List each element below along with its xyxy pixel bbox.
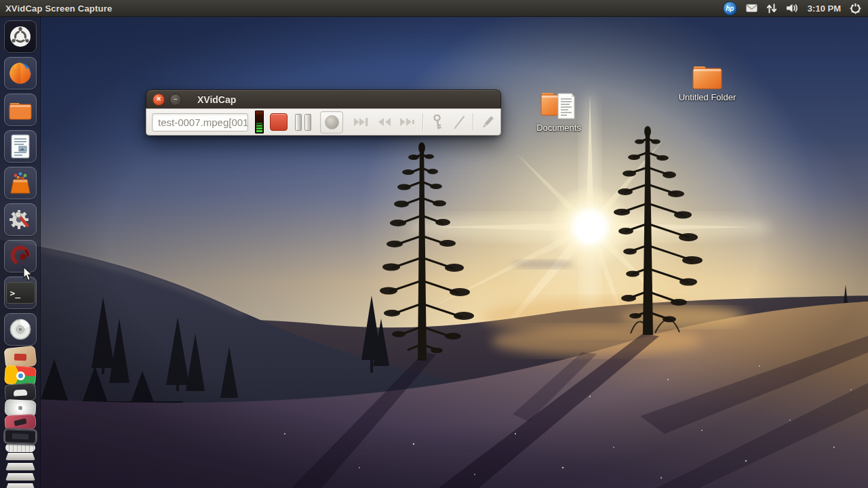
fast-forward-button[interactable]: [399, 117, 416, 127]
launcher-item-system-settings[interactable]: [4, 203, 37, 236]
volume-indicator[interactable]: [786, 3, 799, 13]
xvidcap-titlebar[interactable]: ✕ – XVidCap: [146, 89, 501, 108]
minimize-button[interactable]: –: [170, 94, 182, 106]
mail-indicator[interactable]: [746, 4, 757, 12]
session-gear-icon: [850, 3, 861, 14]
launcher-item-firefox[interactable]: [4, 57, 37, 89]
documents-folder-icon: [538, 87, 580, 121]
desktop-icon-untitled-folder[interactable]: Untitled Folder: [675, 62, 740, 102]
fast-forward-icon: [399, 117, 416, 127]
session-menu[interactable]: [850, 3, 861, 14]
key-tool-button[interactable]: [430, 115, 446, 129]
record-circle-icon: [325, 115, 339, 129]
photo-icon: [14, 354, 26, 361]
software-center-icon: [7, 170, 33, 196]
media-icon: [14, 389, 28, 396]
skip-forward-button[interactable]: [353, 117, 370, 127]
toolbar-separator: [422, 113, 424, 131]
rewind-button[interactable]: [376, 117, 393, 127]
launcher-item-folded[interactable]: [5, 453, 35, 460]
dash-home-icon: [8, 24, 33, 49]
window-title: XVidCap: [197, 94, 236, 105]
terminal-icon: >_: [6, 282, 35, 304]
network-indicator[interactable]: [766, 3, 777, 14]
pencil-icon: [480, 115, 495, 129]
mail-icon: [746, 4, 757, 12]
hp-logo: hp: [723, 1, 737, 16]
launcher-item-folded[interactable]: [5, 473, 35, 481]
toolbar-separator: [473, 113, 474, 131]
launcher-item-files[interactable]: [4, 94, 37, 126]
xvidcap-window: ✕ – XVidCap test-0007.mpeg[0010]: [146, 89, 501, 136]
settings-gear-wrench-icon: [7, 207, 33, 232]
display-icon: [12, 434, 28, 440]
panel-indicators: hp 3:1: [723, 0, 861, 16]
clock[interactable]: 3:10 PM: [808, 3, 841, 14]
launcher-item-software-center[interactable]: [4, 167, 37, 199]
top-panel: XVidCap Screen Capture hp: [0, 0, 868, 17]
pause-button[interactable]: [295, 114, 311, 131]
desktop-icon-label: Documents: [536, 123, 581, 133]
files-folder-icon: [7, 98, 33, 121]
chrome-icon: [16, 371, 25, 380]
pen-icon: [453, 115, 467, 129]
active-window-title: XVidCap Screen Capture: [5, 3, 112, 14]
xvidcap-toolbar: test-0007.mpeg[0010]: [146, 108, 501, 136]
firefox-icon: [7, 60, 33, 86]
launcher-item-folded[interactable]: [5, 463, 35, 470]
skip-forward-icon: [353, 117, 370, 127]
launcher-item-cd-burner[interactable]: [4, 313, 37, 346]
capture-filename-field[interactable]: test-0007.mpeg[0010]: [152, 113, 248, 131]
record-button[interactable]: [320, 111, 343, 134]
desktop-screen: Documents Untitled Folder ✕ – XVidCap te…: [0, 0, 868, 488]
folder-icon: [690, 62, 724, 91]
pencil-tool-button[interactable]: [480, 115, 495, 129]
disc-hole-icon: [18, 406, 22, 410]
video-recorder-swirl-icon: [7, 243, 33, 269]
stop-button[interactable]: [270, 113, 288, 131]
rewind-icon: [376, 117, 393, 127]
unity-launcher: >_: [0, 16, 41, 488]
volume-icon: [786, 3, 799, 13]
player-screen-icon: [14, 418, 26, 426]
level-meter: [255, 110, 264, 134]
key-icon: [430, 115, 446, 129]
launcher-item-display-folded[interactable]: [3, 428, 38, 445]
desktop-icon-documents[interactable]: Documents: [532, 87, 586, 133]
launcher-item-folded[interactable]: [5, 483, 35, 488]
mouse-cursor: [23, 266, 34, 282]
cd-disc-icon: [7, 317, 33, 342]
close-button[interactable]: ✕: [153, 94, 165, 106]
pen-tool-button[interactable]: [453, 115, 467, 129]
desktop-icon-label: Untitled Folder: [679, 92, 736, 102]
launcher-item-dash-home[interactable]: [4, 20, 37, 53]
libreoffice-writer-icon: [9, 134, 32, 159]
updown-arrows-icon: [766, 3, 777, 14]
launcher-item-libreoffice-writer[interactable]: [4, 130, 37, 163]
